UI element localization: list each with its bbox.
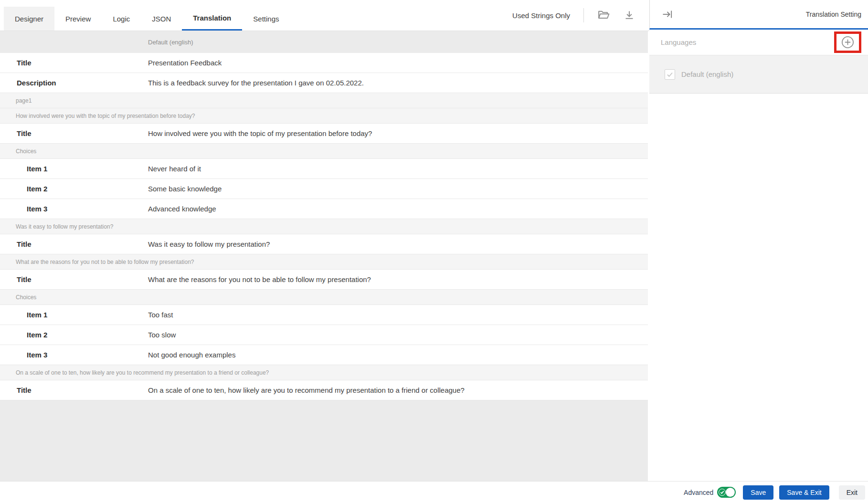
row-value[interactable]: How involved were you with the topic of …	[148, 129, 372, 137]
table-rows: TitlePresentation FeedbackDescriptionThi…	[0, 53, 648, 400]
row-value[interactable]: Some basic knowledge	[148, 185, 222, 193]
table-group-row: On a scale of one to ten, how likely are…	[0, 365, 648, 380]
table-group-row: Choices	[0, 290, 648, 305]
collapse-panel-button[interactable]	[661, 9, 673, 20]
row-value[interactable]: Advanced knowledge	[148, 205, 216, 213]
row-value[interactable]: Too fast	[148, 311, 173, 319]
default-language-row: Default (english)	[649, 55, 868, 94]
group-label: Choices	[16, 294, 36, 301]
save-and-exit-button[interactable]: Save & Exit	[779, 485, 829, 500]
row-label: Title	[0, 275, 148, 283]
table-row: TitleWas it easy to follow my presentati…	[0, 234, 648, 254]
toggle-check-icon	[719, 489, 726, 496]
table-row: Item 2Too slow	[0, 325, 648, 345]
annotation-highlight-box	[834, 31, 861, 53]
languages-label: Languages	[661, 38, 696, 46]
table-row: Item 2Some basic knowledge	[0, 179, 648, 199]
panel-header: Translation Setting	[649, 0, 868, 30]
tab-bar: DesignerPreviewLogicJSONTranslationSetti…	[0, 0, 649, 31]
table-group-row: How involved were you with the topic of …	[0, 108, 648, 124]
default-language-label: Default (english)	[681, 70, 733, 78]
tab-strip: DesignerPreviewLogicJSONTranslationSetti…	[0, 0, 290, 31]
row-label: Item 3	[0, 205, 148, 213]
tab-preview[interactable]: Preview	[54, 7, 102, 31]
toolbar-divider	[583, 8, 584, 22]
table-row: Item 1Too fast	[0, 305, 648, 325]
toggle-knob	[726, 488, 735, 497]
row-value[interactable]: Presentation Feedback	[148, 59, 222, 67]
table-header-row: Default (english)	[0, 31, 648, 53]
default-language-column-header: Default (english)	[148, 39, 193, 46]
row-value[interactable]: What are the reasons for you not to be a…	[148, 275, 371, 283]
table-row: TitleOn a scale of one to ten, how likel…	[0, 380, 648, 400]
table-row: TitleHow involved were you with the topi…	[0, 124, 648, 144]
group-label: Was it easy to follow my presentation?	[16, 223, 113, 230]
add-language-button[interactable]	[841, 35, 855, 49]
row-label: Item 1	[0, 311, 148, 319]
advanced-toggle[interactable]	[717, 487, 736, 498]
row-label: Item 1	[0, 165, 148, 173]
row-label: Item 2	[0, 331, 148, 339]
table-row: DescriptionThis is a feedback survey for…	[0, 73, 648, 93]
group-label: What are the reasons for you not to be a…	[16, 259, 194, 265]
toolbar: Used Strings Only	[512, 0, 649, 31]
translation-settings-panel: Translation Setting Languages	[649, 0, 868, 481]
checkmark-icon	[666, 71, 674, 78]
folder-open-icon	[597, 10, 610, 21]
table-row: Item 3Not good enough examples	[0, 345, 648, 365]
row-value[interactable]: This is a feedback survey for the presen…	[148, 79, 364, 87]
languages-section-header: Languages	[649, 30, 868, 55]
survey-creator-app: DesignerPreviewLogicJSONTranslationSetti…	[0, 0, 868, 503]
tab-translation[interactable]: Translation	[182, 7, 242, 31]
export-button[interactable]	[624, 10, 635, 21]
row-label: Title	[0, 59, 148, 67]
exit-button[interactable]: Exit	[839, 485, 865, 500]
table-group-row: What are the reasons for you not to be a…	[0, 254, 648, 270]
row-value[interactable]: Was it easy to follow my presentation?	[148, 240, 270, 248]
row-label: Item 2	[0, 185, 148, 193]
table-row: Item 3Advanced knowledge	[0, 199, 648, 219]
panel-title: Translation Setting	[806, 10, 861, 18]
footer-action-bar: Advanced Save Save & Exit Exit	[0, 481, 868, 503]
row-label: Item 3	[0, 351, 148, 359]
tab-settings[interactable]: Settings	[242, 7, 290, 31]
table-row: TitlePresentation Feedback	[0, 53, 648, 73]
row-value[interactable]: On a scale of one to ten, how likely are…	[148, 386, 465, 394]
row-label: Title	[0, 240, 148, 248]
import-button[interactable]	[597, 10, 610, 21]
advanced-label: Advanced	[684, 489, 713, 496]
group-label: On a scale of one to ten, how likely are…	[16, 369, 269, 376]
table-group-row: Choices	[0, 144, 648, 159]
row-value[interactable]: Too slow	[148, 331, 176, 339]
group-label: page1	[16, 97, 32, 104]
row-label: Title	[0, 129, 148, 137]
row-value[interactable]: Never heard of it	[148, 165, 201, 173]
table-group-row: page1	[0, 93, 648, 108]
group-label: How involved were you with the topic of …	[16, 113, 195, 119]
row-label: Title	[0, 386, 148, 394]
download-icon	[624, 10, 635, 21]
save-button[interactable]: Save	[743, 485, 773, 500]
plus-circle-icon	[841, 35, 855, 49]
tab-logic[interactable]: Logic	[102, 7, 141, 31]
group-label: Choices	[16, 148, 36, 155]
row-label: Description	[0, 79, 148, 87]
collapse-right-icon	[661, 9, 673, 20]
tab-json[interactable]: JSON	[141, 7, 182, 31]
default-language-checkbox[interactable]	[665, 69, 675, 80]
tab-designer[interactable]: Designer	[4, 7, 54, 31]
table-row: Item 1Never heard of it	[0, 159, 648, 179]
row-value[interactable]: Not good enough examples	[148, 351, 235, 359]
table-group-row: Was it easy to follow my presentation?	[0, 219, 648, 234]
used-strings-only-button[interactable]: Used Strings Only	[512, 11, 570, 20]
table-row: TitleWhat are the reasons for you not to…	[0, 270, 648, 290]
translation-table: Default (english) TitlePresentation Feed…	[0, 31, 648, 481]
